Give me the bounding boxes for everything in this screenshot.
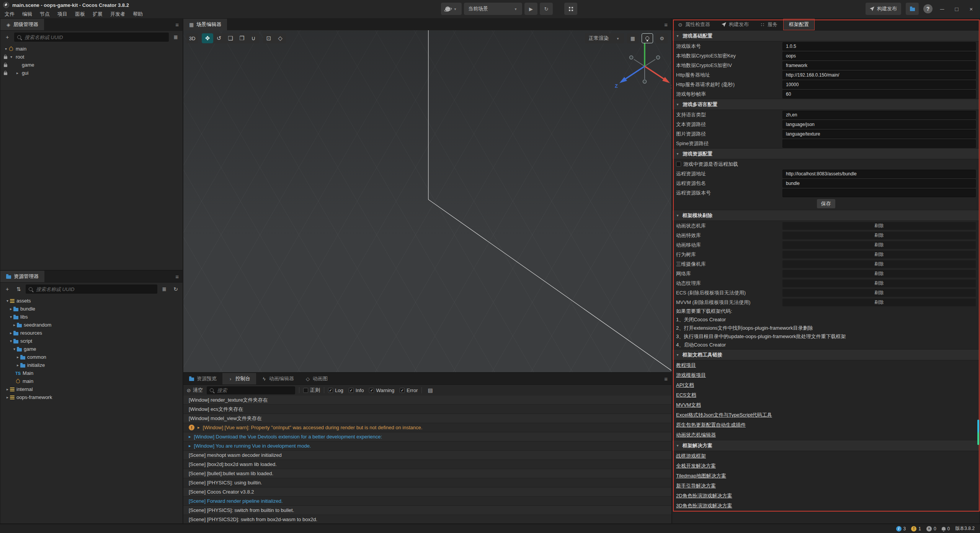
menu-item-4[interactable]: 面板	[71, 10, 89, 18]
field-input[interactable]	[782, 111, 976, 119]
doc-link[interactable]: 全栈开发解决方案	[676, 463, 716, 469]
inspector-tab-3[interactable]: 框架配置	[783, 19, 815, 30]
filter-error[interactable]: Error	[400, 387, 418, 393]
hierarchy-node-gui[interactable]: ▸gui	[0, 69, 183, 77]
inspector-scrollbar[interactable]	[977, 420, 979, 445]
doc-link[interactable]: 游戏模板项目	[676, 372, 706, 378]
assets-filter-button[interactable]: ≣	[160, 284, 169, 294]
doc-link[interactable]: 2D角色扮演游戏解决方案	[676, 493, 732, 499]
console-log-file-button[interactable]: ▤	[426, 386, 435, 395]
console-tab-1[interactable]: ›控制台	[222, 373, 256, 384]
pivot-toggle[interactable]: ⊡	[263, 33, 274, 43]
tab-scene-editor[interactable]: ▦ 场景编辑器	[183, 19, 227, 30]
space-toggle[interactable]: ◇	[274, 33, 286, 43]
mode-3d-button[interactable]: 3D	[186, 33, 198, 43]
section-header-2[interactable]: ▾游戏资源配置	[672, 148, 980, 159]
hierarchy-node-game[interactable]: game	[0, 61, 183, 69]
field-input[interactable]	[782, 139, 976, 148]
remove-module-button[interactable]: 剔除	[782, 289, 976, 297]
asset-node-Main[interactable]: TSMain	[0, 369, 183, 377]
section-header-0[interactable]: ▾游戏基础配置	[672, 30, 980, 41]
remove-module-button[interactable]: 剔除	[782, 241, 976, 249]
console-clear-button[interactable]: ⊘ 清空	[186, 387, 203, 394]
rect-tool[interactable]: ❒	[236, 33, 248, 43]
layout-button[interactable]	[564, 3, 577, 15]
menu-item-7[interactable]: 帮助	[129, 10, 147, 18]
doc-link[interactable]: Excel格式转Json文件与TypeScript代码工具	[676, 412, 772, 418]
asset-node-libs[interactable]: ▾libs	[0, 313, 183, 321]
doc-link[interactable]: 战棋游戏框架	[676, 453, 706, 459]
save-button[interactable]: 保存	[817, 199, 835, 208]
asset-node-game[interactable]: ▾game	[0, 345, 183, 353]
console-log-row-5[interactable]: ▸[Window] You are running Vue in develop…	[183, 441, 671, 451]
expander-icon[interactable]: ▸	[5, 387, 10, 391]
doc-link[interactable]: MVVM文档	[676, 402, 701, 408]
tab-assets[interactable]: 资源管理器	[0, 271, 44, 282]
asset-node-oops-framework[interactable]: ▸oops-framework	[0, 393, 183, 401]
render-mode-select[interactable]: 正常渲染 ▾	[585, 33, 624, 43]
asset-node-internal[interactable]: ▸internal	[0, 385, 183, 393]
doc-link[interactable]: 教程项目	[676, 362, 696, 368]
field-input[interactable]	[782, 71, 976, 79]
scene-gizmo-toggle[interactable]: ▦	[627, 33, 639, 43]
axis-x[interactable]	[645, 66, 664, 79]
scale-tool[interactable]: ❏	[225, 33, 236, 43]
scene-settings-button[interactable]: ⚙	[656, 33, 668, 43]
field-input[interactable]	[782, 130, 976, 138]
menu-item-5[interactable]: 扩展	[89, 10, 106, 18]
expand-chevron-icon[interactable]: ▸	[189, 443, 191, 448]
preview-target-button[interactable]: ▾	[441, 3, 462, 15]
field-input[interactable]	[782, 90, 976, 98]
expander-icon[interactable]: ▸	[12, 323, 17, 327]
asset-node-assets[interactable]: ▾assets	[0, 297, 183, 305]
axis-neg-x-handle[interactable]	[630, 56, 633, 59]
asset-node-resources[interactable]: ▸resources	[0, 329, 183, 337]
inspector-tab-0[interactable]: ⊙属性检查器	[672, 19, 716, 30]
section-header-4[interactable]: ▾框架文档工具链接	[672, 349, 980, 360]
menu-item-3[interactable]: 项目	[54, 10, 71, 18]
asset-node-main[interactable]: main	[0, 377, 183, 385]
remove-module-button[interactable]: 剔除	[782, 251, 976, 258]
filter-log[interactable]: Log	[328, 387, 343, 393]
config-checkbox-row[interactable]: 游戏中资源是否远程加载	[672, 159, 980, 169]
console-tab-3[interactable]: ◇动画图	[300, 373, 333, 384]
menu-item-2[interactable]: 节点	[36, 10, 54, 18]
doc-link[interactable]: 新手引导解决方案	[676, 483, 716, 489]
scene-light-toggle[interactable]	[642, 33, 653, 43]
field-input[interactable]	[782, 61, 976, 70]
console-tab-0[interactable]: 资源预览	[183, 373, 222, 384]
section-header-3[interactable]: ▾框架模块剔除	[672, 210, 980, 221]
asset-node-script[interactable]: ▾script	[0, 337, 183, 345]
field-input[interactable]	[782, 52, 976, 60]
doc-link[interactable]: 原生包热更新配置自动生成插件	[676, 422, 746, 428]
section-header-5[interactable]: ▾框架解决方案	[672, 440, 980, 451]
remove-module-button[interactable]: 剔除	[782, 232, 976, 239]
assets-refresh-button[interactable]: ↻	[171, 284, 180, 294]
field-input[interactable]	[782, 179, 976, 188]
reload-button[interactable]: ↻	[540, 3, 553, 15]
remove-module-button[interactable]: 剔除	[782, 299, 976, 306]
expander-icon[interactable]: ▾	[5, 299, 10, 303]
scene-viewport[interactable]: Y X Z 3D ✥↺❏❒∪ ⊡◇ 正常渲染 ▾ ▦ ⚙	[183, 30, 671, 372]
axis-neg-z-handle[interactable]	[657, 56, 660, 59]
filter-info[interactable]: Info	[349, 387, 364, 393]
asset-node-common[interactable]: ▸common	[0, 353, 183, 361]
inspector-tab-1[interactable]: 构建发布	[716, 19, 755, 30]
status-info[interactable]: i3	[896, 526, 906, 531]
play-button[interactable]: ▶	[524, 3, 537, 15]
regex-checkbox[interactable]: 正则	[303, 387, 320, 394]
axis-neg-y-handle[interactable]	[643, 80, 647, 83]
status-warning[interactable]: !1	[911, 526, 921, 531]
filter-warning[interactable]: Warning	[369, 387, 394, 393]
menu-item-1[interactable]: 编辑	[18, 10, 36, 18]
expander-icon[interactable]: ▾	[12, 347, 17, 351]
maximize-button[interactable]: □	[952, 6, 962, 12]
doc-link[interactable]: API文档	[676, 382, 694, 388]
console-tab-2[interactable]: ϟ动画编辑器	[256, 373, 300, 384]
status-notifications[interactable]: 0	[942, 526, 950, 531]
hierarchy-node-main[interactable]: ▾main	[0, 45, 183, 53]
status-error[interactable]: ×0	[926, 526, 936, 531]
doc-link[interactable]: 动画状态机编辑器	[676, 432, 716, 438]
remove-module-button[interactable]: 剔除	[782, 222, 976, 230]
field-input[interactable]	[782, 170, 976, 178]
